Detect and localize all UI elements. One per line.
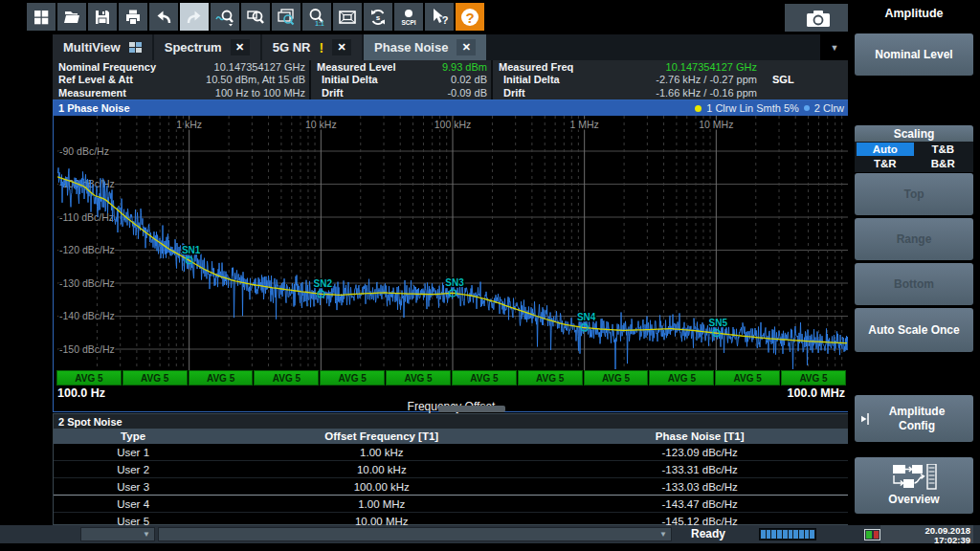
svg-text:-150 dBc/Hz: -150 dBc/Hz (59, 343, 115, 355)
tab-5g-nr[interactable]: 5G NR ! ✕ (262, 34, 362, 60)
scpi-recorder-icon[interactable]: SCPI (394, 3, 423, 31)
auto-scale-once-button[interactable]: Auto Scale Once (855, 308, 973, 352)
info-label: Measurement (58, 87, 126, 99)
measurement-info-bar: Nominal Frequency10.147354127 GHz Ref Le… (53, 60, 850, 99)
table-row[interactable]: User 2 10.00 kHz -133.31 dBc/Hz (54, 461, 849, 478)
avg-count-segment: AVG 5 (386, 370, 451, 386)
print-icon[interactable] (119, 3, 147, 31)
top-button: Top (855, 173, 973, 215)
fullscreen-frame-icon[interactable] (333, 3, 362, 31)
trace-legend: 1 Clrw Lin Smth 5% 2 Clrw (695, 102, 844, 114)
svg-text:-130 dBc/Hz: -130 dBc/Hz (59, 277, 115, 289)
context-help-icon[interactable]: ? (425, 3, 454, 31)
x-axis-end-label: 100.0 MHz (788, 386, 845, 400)
info-value: -1.66 kHz / -0.16 ppm (604, 87, 757, 99)
info-value: 0.02 dB (451, 74, 487, 86)
info-group-freq: Measured Freq10.147354127 GHz Initial De… (493, 60, 850, 99)
tab-phase-noise-label: Phase Noise (374, 40, 448, 55)
tab-phase-noise[interactable]: Phase Noise ✕ (364, 34, 486, 60)
info-label: Initial Delta (499, 74, 604, 86)
svg-text:100 kHz: 100 kHz (434, 119, 472, 130)
scaling-header: Scaling (855, 125, 973, 142)
close-tab-icon[interactable]: ✕ (231, 39, 250, 55)
close-tab-icon[interactable]: ✕ (332, 39, 351, 55)
scpi-glyph: SCPI (401, 19, 415, 26)
overview-label: Overview (888, 493, 939, 507)
svg-text:SN4: SN4 (577, 312, 596, 322)
avg-count-segment: AVG 5 (56, 370, 122, 386)
window2-title[interactable]: 2 Spot Noise (54, 414, 849, 429)
status-dropdown-left[interactable]: ▼ (80, 527, 155, 541)
phase-noise-chart-svg: 1 kHz10 kHz100 kHz1 MHz10 MHz-90 dBc/Hz-… (57, 116, 848, 370)
save-icon[interactable] (88, 3, 117, 31)
avg-count-segment: AVG 5 (189, 370, 254, 386)
tab-overflow-chevron-icon[interactable]: ▼ (821, 34, 848, 60)
scaling-option-tr[interactable]: T&R (857, 157, 914, 170)
tab-5g-nr-label: 5G NR (273, 40, 311, 55)
table-row[interactable]: User 4 1.00 MHz -143.47 dBc/Hz (54, 496, 849, 513)
avg-count-segment: AVG 5 (649, 370, 714, 386)
help-glyph: ? (465, 9, 474, 25)
trace1-dot-icon (695, 105, 702, 112)
window-splitter-handle[interactable] (438, 406, 505, 412)
amplitude-config-button[interactable]: Amplitude Config (855, 395, 973, 442)
tab-multiview[interactable]: MultiView (53, 34, 152, 60)
scaling-option-br[interactable]: B&R (915, 157, 972, 170)
undo-icon[interactable] (149, 3, 178, 31)
status-time: 17:02:39 (924, 536, 970, 545)
svg-text:10 kHz: 10 kHz (305, 119, 337, 130)
zoom-multi-window-icon[interactable] (272, 3, 301, 31)
svg-text:10 MHz: 10 MHz (699, 119, 733, 130)
table-row[interactable]: User 1 1.00 kHz -123.09 dBc/Hz (54, 444, 849, 461)
phase-noise-window-titlebar[interactable]: 1 Phase Noise 1 Clrw Lin Smth 5% 2 Clrw (54, 100, 849, 116)
x-axis-start-label: 100.0 Hz (57, 386, 105, 400)
tab-spectrum[interactable]: Spectrum ✕ (154, 34, 260, 60)
open-folder-icon[interactable] (57, 3, 86, 31)
cell-phase-noise: -133.03 dBc/Hz (550, 478, 849, 495)
cell-type: User 4 (54, 496, 212, 512)
cell-type: User 1 (54, 444, 212, 460)
scaling-option-auto[interactable]: Auto (857, 143, 914, 156)
windows-logo-icon[interactable] (27, 3, 56, 31)
avg-count-segment: AVG 5 (518, 370, 583, 386)
spot-noise-table-header: Type Offset Frequency [T1] Phase Noise [… (54, 429, 849, 444)
avg-count-segment: AVG 5 (122, 370, 188, 386)
status-dropdown-main[interactable]: ▼ (158, 527, 672, 541)
info-value: -2.76 kHz / -0.27 ppm (604, 74, 757, 86)
help-icon[interactable]: ? (456, 3, 484, 31)
info-value-measured-level: 9.93 dBm (442, 61, 487, 74)
close-tab-icon[interactable]: ✕ (457, 39, 476, 55)
spot-noise-window: 2 Spot Noise Type Offset Frequency [T1] … (53, 413, 850, 525)
tab-spectrum-label: Spectrum (165, 40, 222, 55)
scaling-option-tb[interactable]: T&B (915, 143, 972, 156)
avg-count-segment: AVG 5 (254, 370, 319, 386)
one-to-one-label: 1:1 (315, 20, 324, 27)
info-value: 10.147354127 GHz (214, 61, 305, 74)
sweep-progress-bar (759, 528, 816, 540)
sidebar-menu-title: Amplitude (848, 7, 980, 20)
zoom-trace-icon[interactable] (211, 3, 239, 31)
table-row[interactable]: User 3 100.00 kHz -133.03 dBc/Hz (54, 478, 849, 496)
cell-phase-noise: -143.47 dBc/Hz (550, 496, 849, 512)
bottom-button: Bottom (855, 263, 973, 305)
svg-text:-140 dBc/Hz: -140 dBc/Hz (59, 310, 115, 321)
svg-text:-120 dBc/Hz: -120 dBc/Hz (59, 244, 115, 255)
device-status-icon (864, 529, 880, 540)
sweep-refresh-icon[interactable]: s (364, 3, 392, 31)
collapse-arrow-icon (860, 412, 869, 426)
phase-noise-plot[interactable]: 1 kHz10 kHz100 kHz1 MHz10 MHz-90 dBc/Hz-… (54, 116, 849, 370)
zoom-selection-icon[interactable] (241, 3, 270, 31)
sweep-glyph: s (376, 13, 381, 22)
tab-multiview-label: MultiView (63, 40, 121, 55)
cell-phase-noise: -133.31 dBc/Hz (550, 461, 849, 477)
svg-text:SN3: SN3 (445, 277, 464, 288)
avg-count-segment: AVG 5 (584, 370, 649, 386)
info-value-measured-freq: 10.147354127 GHz (604, 61, 757, 74)
find-1-1-icon[interactable]: 1:1 (302, 3, 331, 31)
window1-title: 1 Phase Noise (58, 102, 130, 114)
nominal-level-button[interactable]: Nominal Level (855, 33, 973, 76)
overview-button[interactable]: Overview (855, 457, 973, 514)
info-label: Ref Level & Att (58, 74, 133, 86)
info-value: 100 Hz to 100 MHz (215, 87, 305, 99)
screenshot-camera-button[interactable] (785, 4, 852, 32)
